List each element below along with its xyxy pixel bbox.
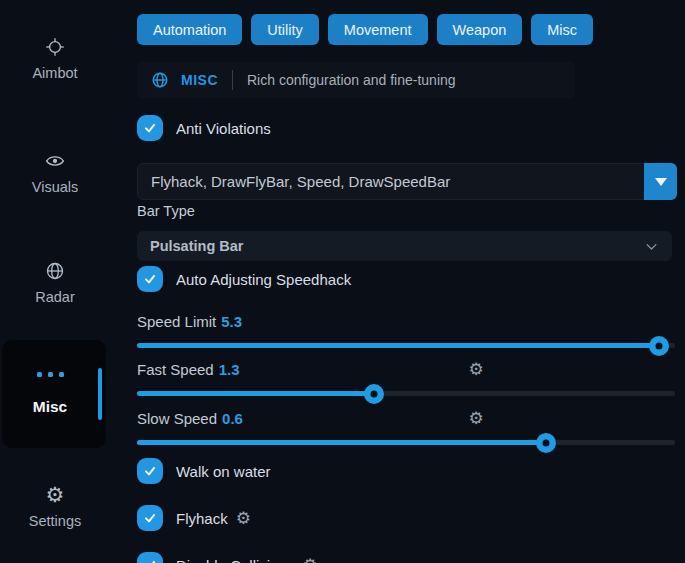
fast-speed-label: Fast Speed1.3 (137, 361, 240, 378)
globe-icon (151, 71, 169, 89)
disable-collisions-checkbox[interactable] (137, 552, 163, 563)
checkbox-label: Walk on water (176, 463, 270, 480)
auto-adjusting-checkbox[interactable] (137, 266, 163, 292)
disable-collisions-row: Disable Collisions ⚙ (137, 552, 318, 563)
active-indicator (98, 368, 102, 420)
cheat-menu-window: Aimbot Visuals Radar Misc ⚙ Settings Au (0, 0, 685, 563)
sidebar: Aimbot Visuals Radar Misc ⚙ Settings (0, 0, 118, 563)
slider-fill (137, 343, 659, 348)
flyhack-checkbox[interactable] (137, 505, 163, 531)
auto-adjusting-row: Auto Adjusting Speedhack (137, 266, 351, 292)
divider (232, 70, 233, 90)
gear-icon[interactable]: ⚙ (236, 508, 251, 529)
tab-movement[interactable]: Movement (328, 14, 428, 45)
slow-speed-label: Slow Speed0.6 (137, 410, 243, 427)
sidebar-item-label: Visuals (32, 179, 78, 195)
anti-violations-checkbox[interactable] (137, 115, 163, 141)
sidebar-item-aimbot[interactable]: Aimbot (0, 36, 110, 81)
gear-icon[interactable]: ⚙ (467, 410, 485, 428)
walk-on-water-checkbox[interactable] (137, 458, 163, 484)
sidebar-item-misc[interactable]: Misc (2, 340, 106, 448)
flyhack-row: Flyhack ⚙ (137, 505, 251, 531)
section-title: MISC (181, 72, 218, 88)
globe-icon (44, 260, 66, 282)
slider-handle[interactable] (364, 384, 384, 404)
slow-speed-value: 0.6 (222, 410, 243, 427)
slider-fill (137, 391, 374, 396)
speed-limit-slider[interactable] (137, 343, 675, 348)
sidebar-item-settings[interactable]: ⚙ Settings (0, 484, 110, 529)
chevron-down-icon (644, 239, 659, 254)
tab-misc[interactable]: Misc (531, 14, 593, 45)
sidebar-item-label: Aimbot (32, 65, 77, 81)
bar-type-value: Pulsating Bar (150, 238, 243, 254)
slider-fill (137, 440, 546, 445)
walk-on-water-row: Walk on water (137, 458, 270, 484)
speed-limit-label: Speed Limit5.3 (137, 313, 242, 330)
bar-type-label: Bar Type (137, 203, 195, 219)
speed-limit-value: 5.3 (221, 313, 242, 330)
sidebar-item-label: Misc (2, 398, 98, 416)
crosshair-icon (44, 36, 66, 58)
section-header: MISC Rich configuration and fine-tuning (137, 62, 575, 98)
fast-speed-value: 1.3 (219, 361, 240, 378)
slider-handle[interactable] (536, 433, 556, 453)
fast-speed-slider[interactable] (137, 391, 675, 396)
gear-icon[interactable]: ⚙ (302, 555, 317, 563)
checkbox-label: Auto Adjusting Speedhack (176, 271, 351, 288)
checkbox-label: Flyhack ⚙ (176, 508, 251, 529)
section-subtitle: Rich configuration and fine-tuning (247, 72, 456, 88)
tab-automation[interactable]: Automation (137, 14, 242, 45)
anti-violations-row: Anti Violations (137, 115, 271, 141)
sidebar-item-label: Radar (35, 289, 75, 305)
bar-multiselect-value: Flyhack, DrawFlyBar, Speed, DrawSpeedBar (138, 173, 645, 190)
ellipsis-icon (2, 372, 98, 377)
gear-icon[interactable]: ⚙ (467, 361, 485, 379)
dropdown-open-button[interactable] (644, 163, 677, 200)
tab-weapon[interactable]: Weapon (437, 14, 523, 45)
bar-multiselect-field[interactable]: Flyhack, DrawFlyBar, Speed, DrawSpeedBar (137, 163, 677, 200)
sidebar-item-radar[interactable]: Radar (0, 260, 110, 305)
main-panel: Automation Utility Movement Weapon Misc … (137, 0, 685, 563)
checkbox-label: Anti Violations (176, 120, 271, 137)
bar-type-select[interactable]: Pulsating Bar (137, 231, 672, 261)
slider-handle[interactable] (649, 336, 669, 356)
checkbox-label: Disable Collisions ⚙ (176, 555, 318, 563)
eye-icon (44, 150, 66, 172)
tab-utility[interactable]: Utility (251, 14, 318, 45)
slow-speed-slider[interactable] (137, 440, 675, 445)
caret-down-icon (655, 178, 667, 186)
sidebar-item-label: Settings (29, 513, 81, 529)
category-tabs: Automation Utility Movement Weapon Misc (137, 14, 593, 45)
sidebar-item-visuals[interactable]: Visuals (0, 150, 110, 195)
gear-icon: ⚙ (44, 484, 66, 506)
